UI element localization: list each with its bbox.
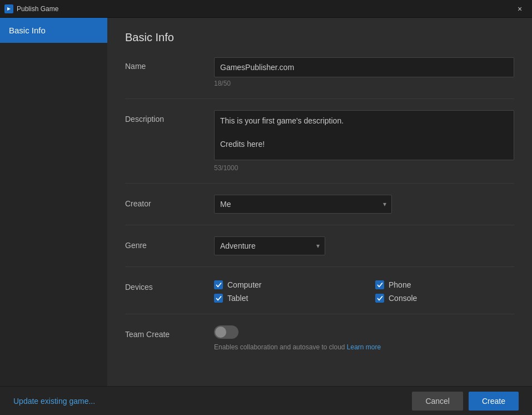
team-create-control-wrap: Enables collaboration and autosave to cl… — [214, 325, 514, 351]
team-create-label: Team Create — [125, 325, 214, 339]
device-tablet[interactable]: Tablet — [214, 294, 353, 303]
console-checkbox[interactable] — [375, 294, 384, 303]
genre-row: Genre Adventure Action RPG Puzzle Simula… — [125, 236, 514, 267]
name-row: Name 18/50 — [125, 57, 514, 99]
devices-control-wrap: Computer Phone — [214, 278, 514, 303]
cancel-button[interactable]: Cancel — [412, 392, 463, 411]
name-label: Name — [125, 57, 214, 71]
computer-label: Computer — [227, 280, 261, 289]
app-icon — [4, 4, 13, 13]
footer-buttons: Cancel Create — [412, 392, 519, 411]
devices-row: Devices Computer — [125, 278, 514, 314]
phone-checkbox[interactable] — [375, 280, 384, 289]
update-existing-link[interactable]: Update existing game... — [13, 397, 95, 406]
creator-select[interactable]: Me Team — [214, 195, 392, 214]
devices-grid: Computer Phone — [214, 280, 514, 303]
name-input[interactable] — [214, 57, 514, 77]
learn-more-link[interactable]: Learn more — [347, 343, 381, 351]
main-content: Basic Info Name 18/50 Description This i… — [107, 18, 532, 386]
creator-label: Creator — [125, 195, 214, 208]
genre-label: Genre — [125, 236, 214, 250]
main-layout: Basic Info Basic Info Name 18/50 Descrip… — [0, 18, 532, 415]
toggle-knob — [215, 327, 226, 338]
close-button[interactable]: × — [512, 1, 528, 17]
footer: Update existing game... Cancel Create — [0, 386, 532, 415]
description-textarea[interactable]: This is your first game's description. C… — [214, 110, 514, 160]
creator-select-wrap: Me Team ▾ — [214, 195, 392, 214]
device-console[interactable]: Console — [375, 294, 514, 303]
title-bar: Publish Game × — [0, 0, 532, 18]
console-label: Console — [389, 294, 417, 303]
content-area: Basic Info Basic Info Name 18/50 Descrip… — [0, 18, 532, 386]
team-create-row: Team Create Enables collaboration and au… — [125, 325, 514, 362]
name-char-count: 18/50 — [214, 80, 514, 87]
description-control-wrap: This is your first game's description. C… — [214, 110, 514, 172]
title-bar-left: Publish Game — [4, 4, 58, 13]
creator-row: Creator Me Team ▾ — [125, 195, 514, 225]
devices-label: Devices — [125, 278, 214, 292]
genre-select[interactable]: Adventure Action RPG Puzzle Simulation S… — [214, 236, 325, 255]
tablet-checkbox[interactable] — [214, 294, 223, 303]
device-computer[interactable]: Computer — [214, 280, 353, 289]
name-control-wrap: 18/50 — [214, 57, 514, 87]
window-title: Publish Game — [17, 5, 58, 13]
genre-control-wrap: Adventure Action RPG Puzzle Simulation S… — [214, 236, 514, 255]
page-title: Basic Info — [125, 31, 514, 44]
description-label: Description — [125, 110, 214, 123]
sidebar-item-basic-info[interactable]: Basic Info — [0, 18, 107, 43]
device-phone[interactable]: Phone — [375, 280, 514, 289]
team-create-description: Enables collaboration and autosave to cl… — [214, 343, 514, 351]
phone-label: Phone — [389, 280, 411, 289]
sidebar: Basic Info — [0, 18, 107, 386]
creator-control-wrap: Me Team ▾ — [214, 195, 514, 214]
description-row: Description This is your first game's de… — [125, 110, 514, 184]
genre-select-wrap: Adventure Action RPG Puzzle Simulation S… — [214, 236, 325, 255]
computer-checkbox[interactable] — [214, 280, 223, 289]
team-create-toggle[interactable] — [214, 325, 238, 339]
description-char-count: 53/1000 — [214, 164, 514, 172]
toggle-wrap: Enables collaboration and autosave to cl… — [214, 325, 514, 351]
create-button[interactable]: Create — [469, 392, 519, 411]
tablet-label: Tablet — [227, 294, 248, 303]
